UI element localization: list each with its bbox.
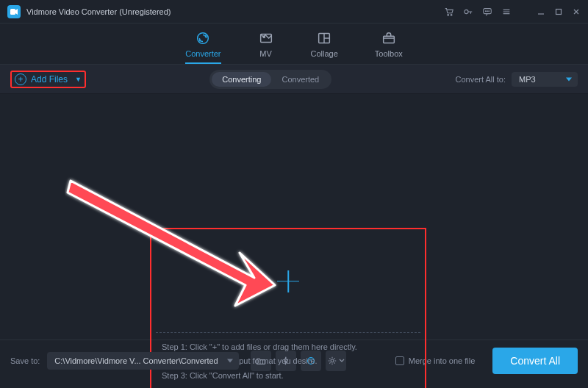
minimize-button[interactable] xyxy=(537,7,545,16)
svg-point-5 xyxy=(485,10,486,11)
sub-toolbar: + Add Files ▼ Converting Converted Conve… xyxy=(0,65,588,94)
add-files-plus-icon[interactable] xyxy=(277,270,299,292)
tab-converter-label: Converter xyxy=(185,49,220,58)
tab-toolbox-label: Toolbox xyxy=(375,49,403,58)
step-3: Step 3: Click "Convert All" to start. xyxy=(162,369,420,384)
convert-all-button[interactable]: Convert All xyxy=(492,348,578,374)
stage: Step 1: Click "+" to add files or drag t… xyxy=(0,94,588,340)
convert-all-label: Convert All xyxy=(510,355,560,367)
svg-point-1 xyxy=(448,14,449,15)
app-logo xyxy=(7,5,21,18)
menu-icon[interactable] xyxy=(501,7,512,17)
output-format-value: MP3 xyxy=(519,75,536,84)
main-tabs: Converter MV Collage Toolbox xyxy=(0,24,588,65)
divider xyxy=(156,332,420,333)
tab-converter[interactable]: Converter xyxy=(185,30,220,64)
toolbox-icon xyxy=(381,30,397,46)
titlebar: Vidmore Video Converter (Unregistered) xyxy=(0,0,588,24)
add-files-button[interactable]: + Add Files ▼ xyxy=(10,71,86,88)
collage-icon xyxy=(316,30,332,46)
cart-icon[interactable] xyxy=(444,7,454,17)
maximize-button[interactable] xyxy=(554,7,563,16)
mv-icon xyxy=(258,30,274,46)
converter-icon xyxy=(195,30,211,46)
svg-rect-8 xyxy=(556,9,562,14)
app-title: Vidmore Video Converter (Unregistered) xyxy=(26,7,444,16)
svg-point-2 xyxy=(451,14,452,15)
svg-point-6 xyxy=(487,10,488,11)
add-files-label: Add Files xyxy=(31,74,68,85)
close-button[interactable] xyxy=(572,7,581,16)
subtab-converted[interactable]: Converted xyxy=(271,72,329,87)
save-path-value: C:\Vidmore\Vidmore V... Converter\Conver… xyxy=(54,356,218,365)
convert-all-to-label: Convert All to: xyxy=(456,75,506,84)
output-format-select[interactable]: MP3 xyxy=(512,72,578,87)
key-icon[interactable] xyxy=(463,7,473,17)
tab-mv-label: MV xyxy=(259,49,272,58)
subtab-converting[interactable]: Converting xyxy=(212,72,271,87)
chevron-down-icon: ▼ xyxy=(75,76,82,83)
svg-rect-13 xyxy=(383,36,394,43)
save-path-select[interactable]: C:\Vidmore\Vidmore V... Converter\Conver… xyxy=(47,352,238,370)
tab-collage-label: Collage xyxy=(311,49,338,58)
feedback-icon[interactable] xyxy=(482,7,492,17)
conversion-state-tabs: Converting Converted xyxy=(209,70,331,89)
tab-mv[interactable]: MV xyxy=(258,30,274,64)
plus-circle-icon: + xyxy=(15,73,26,85)
svg-point-7 xyxy=(489,10,490,11)
svg-point-3 xyxy=(465,10,468,13)
svg-rect-0 xyxy=(10,9,15,15)
tab-collage[interactable]: Collage xyxy=(311,30,338,64)
svg-point-11 xyxy=(263,36,265,37)
tab-toolbox[interactable]: Toolbox xyxy=(375,30,403,64)
save-to-label: Save to: xyxy=(10,356,40,365)
